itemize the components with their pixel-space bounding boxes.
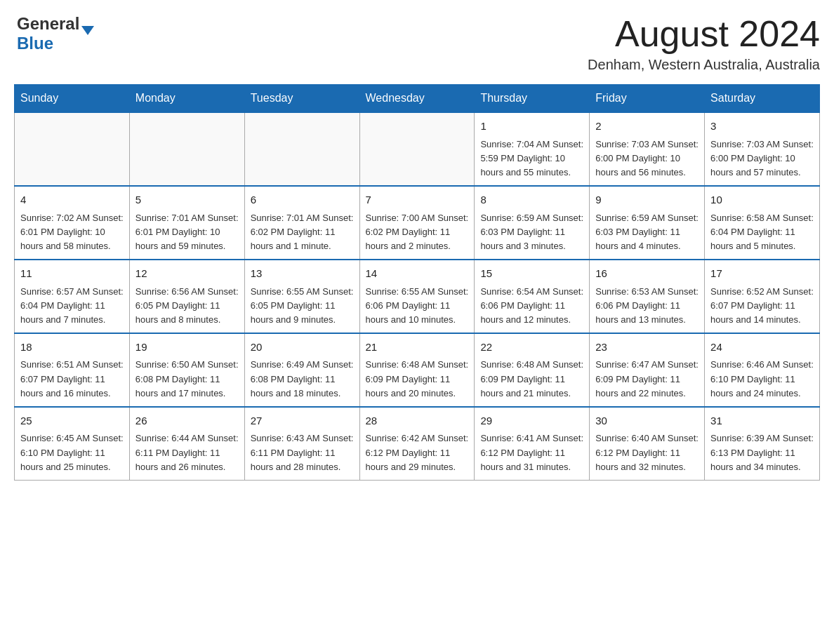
calendar-week-row: 25Sunrise: 6:45 AM Sunset: 6:10 PM Dayli…	[15, 407, 820, 480]
calendar-week-row: 1Sunrise: 7:04 AM Sunset: 5:59 PM Daylig…	[15, 112, 820, 186]
day-info: Sunrise: 7:02 AM Sunset: 6:01 PM Dayligh…	[20, 211, 124, 253]
day-info: Sunrise: 7:03 AM Sunset: 6:00 PM Dayligh…	[710, 137, 814, 180]
calendar-cell: 6Sunrise: 7:01 AM Sunset: 6:02 PM Daylig…	[244, 186, 359, 260]
day-info: Sunrise: 7:01 AM Sunset: 6:02 PM Dayligh…	[251, 211, 354, 253]
day-info: Sunrise: 6:43 AM Sunset: 6:11 PM Dayligh…	[251, 431, 354, 474]
calendar-day-header: Sunday	[15, 85, 130, 113]
location-title: Denham, Western Australia, Australia	[588, 57, 820, 73]
calendar-cell: 7Sunrise: 7:00 AM Sunset: 6:02 PM Daylig…	[359, 186, 475, 260]
day-number: 5	[135, 192, 239, 208]
day-number: 28	[366, 413, 469, 429]
calendar-table: SundayMondayTuesdayWednesdayThursdayFrid…	[14, 84, 820, 481]
day-info: Sunrise: 6:55 AM Sunset: 6:06 PM Dayligh…	[366, 285, 469, 327]
day-number: 15	[480, 266, 583, 282]
logo-general: General	[17, 14, 94, 34]
day-info: Sunrise: 7:03 AM Sunset: 6:00 PM Dayligh…	[595, 137, 699, 180]
day-info: Sunrise: 6:46 AM Sunset: 6:10 PM Dayligh…	[710, 358, 814, 400]
calendar-day-header: Wednesday	[359, 85, 475, 113]
day-number: 6	[251, 192, 354, 208]
calendar-cell: 5Sunrise: 7:01 AM Sunset: 6:01 PM Daylig…	[129, 186, 244, 260]
calendar-cell: 12Sunrise: 6:56 AM Sunset: 6:05 PM Dayli…	[129, 260, 244, 333]
calendar-cell: 1Sunrise: 7:04 AM Sunset: 5:59 PM Daylig…	[475, 112, 590, 186]
calendar-cell: 10Sunrise: 6:58 AM Sunset: 6:04 PM Dayli…	[705, 186, 820, 260]
calendar-cell	[359, 112, 475, 186]
day-number: 16	[595, 266, 699, 282]
calendar-cell	[244, 112, 359, 186]
calendar-cell: 31Sunrise: 6:39 AM Sunset: 6:13 PM Dayli…	[705, 407, 820, 480]
logo-blue: Blue	[17, 34, 94, 53]
day-number: 11	[20, 266, 124, 282]
day-info: Sunrise: 6:50 AM Sunset: 6:08 PM Dayligh…	[135, 358, 239, 400]
calendar-cell	[129, 112, 244, 186]
day-info: Sunrise: 6:55 AM Sunset: 6:05 PM Dayligh…	[251, 285, 354, 327]
calendar-cell: 16Sunrise: 6:53 AM Sunset: 6:06 PM Dayli…	[590, 260, 705, 333]
page-header: General Blue August 2024 Denham, Western…	[14, 14, 820, 73]
calendar-header-row: SundayMondayTuesdayWednesdayThursdayFrid…	[15, 85, 820, 113]
calendar-cell: 25Sunrise: 6:45 AM Sunset: 6:10 PM Dayli…	[15, 407, 130, 480]
calendar-cell: 3Sunrise: 7:03 AM Sunset: 6:00 PM Daylig…	[705, 112, 820, 186]
day-number: 25	[20, 413, 124, 429]
day-number: 31	[710, 413, 814, 429]
day-number: 10	[710, 192, 814, 208]
calendar-cell: 14Sunrise: 6:55 AM Sunset: 6:06 PM Dayli…	[359, 260, 475, 333]
day-info: Sunrise: 6:41 AM Sunset: 6:12 PM Dayligh…	[480, 431, 583, 474]
calendar-cell: 4Sunrise: 7:02 AM Sunset: 6:01 PM Daylig…	[15, 186, 130, 260]
calendar-cell: 19Sunrise: 6:50 AM Sunset: 6:08 PM Dayli…	[129, 333, 244, 407]
day-number: 23	[595, 340, 699, 356]
day-info: Sunrise: 6:51 AM Sunset: 6:07 PM Dayligh…	[20, 358, 124, 400]
day-info: Sunrise: 6:53 AM Sunset: 6:06 PM Dayligh…	[595, 285, 699, 327]
calendar-cell: 20Sunrise: 6:49 AM Sunset: 6:08 PM Dayli…	[244, 333, 359, 407]
day-number: 13	[251, 266, 354, 282]
day-number: 2	[595, 119, 699, 135]
calendar-cell: 28Sunrise: 6:42 AM Sunset: 6:12 PM Dayli…	[359, 407, 475, 480]
calendar-cell: 9Sunrise: 6:59 AM Sunset: 6:03 PM Daylig…	[590, 186, 705, 260]
day-info: Sunrise: 6:44 AM Sunset: 6:11 PM Dayligh…	[135, 431, 239, 474]
calendar-day-header: Monday	[129, 85, 244, 113]
calendar-cell: 29Sunrise: 6:41 AM Sunset: 6:12 PM Dayli…	[475, 407, 590, 480]
day-number: 29	[480, 413, 583, 429]
day-info: Sunrise: 6:59 AM Sunset: 6:03 PM Dayligh…	[595, 211, 699, 253]
logo: General Blue	[14, 14, 94, 53]
calendar-week-row: 11Sunrise: 6:57 AM Sunset: 6:04 PM Dayli…	[15, 260, 820, 333]
calendar-cell: 15Sunrise: 6:54 AM Sunset: 6:06 PM Dayli…	[475, 260, 590, 333]
day-number: 20	[251, 340, 354, 356]
day-info: Sunrise: 7:00 AM Sunset: 6:02 PM Dayligh…	[366, 211, 469, 253]
calendar-day-header: Saturday	[705, 85, 820, 113]
calendar-cell: 30Sunrise: 6:40 AM Sunset: 6:12 PM Dayli…	[590, 407, 705, 480]
calendar-week-row: 18Sunrise: 6:51 AM Sunset: 6:07 PM Dayli…	[15, 333, 820, 407]
day-number: 9	[595, 192, 699, 208]
day-number: 18	[20, 340, 124, 356]
calendar-cell: 26Sunrise: 6:44 AM Sunset: 6:11 PM Dayli…	[129, 407, 244, 480]
month-title: August 2024	[588, 14, 820, 54]
day-number: 7	[366, 192, 469, 208]
day-number: 1	[480, 119, 583, 135]
calendar-cell: 22Sunrise: 6:48 AM Sunset: 6:09 PM Dayli…	[475, 333, 590, 407]
day-info: Sunrise: 6:49 AM Sunset: 6:08 PM Dayligh…	[251, 358, 354, 400]
day-number: 24	[710, 340, 814, 356]
calendar-day-header: Thursday	[475, 85, 590, 113]
day-number: 12	[135, 266, 239, 282]
day-info: Sunrise: 6:54 AM Sunset: 6:06 PM Dayligh…	[480, 285, 583, 327]
day-number: 17	[710, 266, 814, 282]
calendar-cell: 23Sunrise: 6:47 AM Sunset: 6:09 PM Dayli…	[590, 333, 705, 407]
day-info: Sunrise: 6:48 AM Sunset: 6:09 PM Dayligh…	[480, 358, 583, 400]
day-info: Sunrise: 6:40 AM Sunset: 6:12 PM Dayligh…	[595, 431, 699, 474]
day-number: 8	[480, 192, 583, 208]
day-info: Sunrise: 6:57 AM Sunset: 6:04 PM Dayligh…	[20, 285, 124, 327]
calendar-cell: 8Sunrise: 6:59 AM Sunset: 6:03 PM Daylig…	[475, 186, 590, 260]
day-info: Sunrise: 6:45 AM Sunset: 6:10 PM Dayligh…	[20, 431, 124, 474]
calendar-day-header: Friday	[590, 85, 705, 113]
day-info: Sunrise: 6:56 AM Sunset: 6:05 PM Dayligh…	[135, 285, 239, 327]
day-info: Sunrise: 6:47 AM Sunset: 6:09 PM Dayligh…	[595, 358, 699, 400]
day-info: Sunrise: 6:59 AM Sunset: 6:03 PM Dayligh…	[480, 211, 583, 253]
day-number: 19	[135, 340, 239, 356]
day-number: 4	[20, 192, 124, 208]
day-info: Sunrise: 6:39 AM Sunset: 6:13 PM Dayligh…	[710, 431, 814, 474]
calendar-cell	[15, 112, 130, 186]
calendar-cell: 24Sunrise: 6:46 AM Sunset: 6:10 PM Dayli…	[705, 333, 820, 407]
day-info: Sunrise: 6:58 AM Sunset: 6:04 PM Dayligh…	[710, 211, 814, 253]
calendar-cell: 27Sunrise: 6:43 AM Sunset: 6:11 PM Dayli…	[244, 407, 359, 480]
day-number: 27	[251, 413, 354, 429]
day-number: 3	[710, 119, 814, 135]
calendar-day-header: Tuesday	[244, 85, 359, 113]
